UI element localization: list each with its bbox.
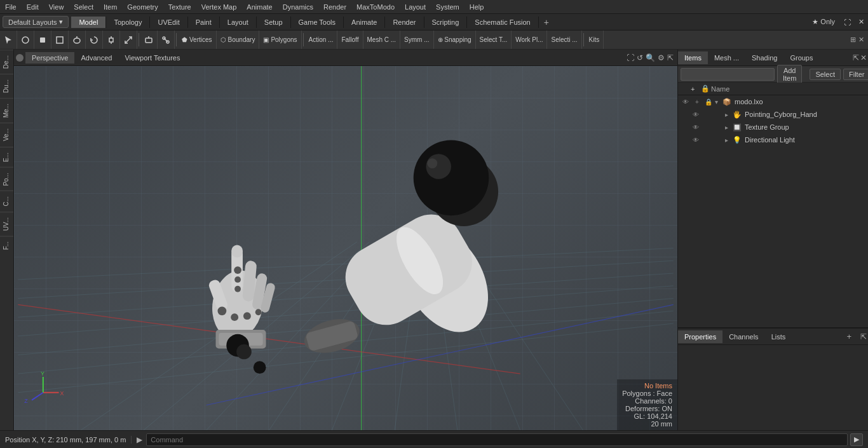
- menu-system[interactable]: System: [431, 2, 465, 12]
- tool-transform[interactable]: [103, 31, 120, 49]
- viewport-tab-textures[interactable]: Viewport Textures: [118, 52, 186, 64]
- items-tab-shading[interactable]: Shading: [745, 51, 783, 64]
- tree-row-texture-group[interactable]: 👁 ▸ 🔲 Texture Group: [688, 121, 868, 133]
- eye2-modo-lxo[interactable]: +: [692, 97, 702, 107]
- mode-polygons[interactable]: ▣ Polygons: [259, 31, 301, 49]
- menu-select[interactable]: Select: [69, 2, 98, 12]
- props-expand-icon[interactable]: ⇱: [860, 332, 867, 341]
- eye-toggle-texture[interactable]: 👁: [691, 122, 701, 132]
- menu-animate[interactable]: Animate: [241, 2, 277, 12]
- tool-circle[interactable]: [17, 31, 34, 49]
- command-exec-button[interactable]: ▶: [850, 433, 863, 446]
- tab-schematic-fusion[interactable]: Schematic Fusion: [467, 17, 538, 28]
- tool-scale[interactable]: [120, 31, 137, 49]
- mesh-c-button[interactable]: Mesh C ...: [363, 31, 401, 49]
- left-tab-me[interactable]: Me...: [0, 98, 13, 123]
- tool-transform-box[interactable]: [140, 31, 158, 49]
- viewport-search-icon[interactable]: 🔍: [646, 53, 655, 62]
- filter-button[interactable]: Filter: [843, 69, 868, 80]
- menu-layout[interactable]: Layout: [400, 2, 431, 12]
- eye3-texture[interactable]: [714, 122, 724, 132]
- tab-uvedit[interactable]: UVEdit: [150, 17, 187, 28]
- items-tab-mesh[interactable]: Mesh ...: [708, 51, 745, 64]
- tool-cursor[interactable]: [34, 31, 51, 49]
- menu-help[interactable]: Help: [465, 2, 489, 12]
- tab-scripting[interactable]: Scripting: [424, 17, 468, 28]
- add-item-input[interactable]: [681, 68, 775, 81]
- tab-model[interactable]: Model: [71, 17, 106, 28]
- menu-geometry[interactable]: Geometry: [122, 2, 163, 12]
- left-tab-po[interactable]: Po...: [0, 167, 13, 191]
- symm-button[interactable]: Symm ...: [400, 31, 433, 49]
- select-t-button[interactable]: Select T...: [476, 31, 512, 49]
- left-tab-du[interactable]: Du...: [0, 74, 13, 98]
- menu-edit[interactable]: Edit: [22, 2, 44, 12]
- expand-modo-lxo[interactable]: ▾: [715, 98, 722, 105]
- snapping-button[interactable]: ⊕ Snapping: [434, 31, 476, 49]
- left-tab-e[interactable]: E...: [0, 147, 13, 167]
- eye2-texture[interactable]: [702, 122, 712, 132]
- tool-rotate[interactable]: [86, 31, 103, 49]
- items-tab-groups[interactable]: Groups: [783, 51, 819, 64]
- props-tab-properties[interactable]: Properties: [678, 330, 722, 343]
- props-add-button[interactable]: +: [841, 329, 857, 344]
- falloff-button[interactable]: Falloff: [337, 31, 363, 49]
- left-tab-de[interactable]: De...: [0, 50, 13, 74]
- tool-select-rect[interactable]: [51, 31, 69, 49]
- kits-button[interactable]: Kits: [585, 31, 604, 49]
- menu-view[interactable]: View: [44, 2, 69, 12]
- items-expand-icon[interactable]: ⇱: [853, 53, 859, 62]
- props-tab-channels[interactable]: Channels: [722, 330, 764, 343]
- left-tab-c[interactable]: C...: [0, 191, 13, 212]
- menu-dynamics[interactable]: Dynamics: [278, 2, 318, 12]
- eye3-modo-lxo[interactable]: 🔒: [703, 97, 714, 107]
- layout-dropdown[interactable]: Default Layouts ▾: [3, 16, 69, 28]
- menu-vertex-map[interactable]: Vertex Map: [196, 2, 242, 12]
- viewport-settings-icon[interactable]: ⚙: [658, 53, 665, 62]
- work-pl-button[interactable]: Work Pl...: [512, 31, 547, 49]
- tool-transform2[interactable]: [158, 31, 175, 49]
- left-tab-ve[interactable]: Ve...: [0, 123, 13, 146]
- left-tab-uv[interactable]: UV...: [0, 212, 13, 236]
- tab-setup[interactable]: Setup: [257, 17, 291, 28]
- items-tab-items[interactable]: Items: [678, 51, 708, 64]
- menu-texture[interactable]: Texture: [163, 2, 196, 12]
- action-button[interactable]: Action ...: [305, 31, 338, 49]
- eye2-light[interactable]: [702, 135, 712, 145]
- items-close-icon[interactable]: ✕: [860, 53, 867, 62]
- eye3-hand[interactable]: [714, 109, 724, 119]
- mode-vertices[interactable]: ⬟ Vertices: [178, 31, 217, 49]
- viewport-tab-advanced[interactable]: Advanced: [74, 52, 118, 64]
- menu-maxtomodo[interactable]: MaxToModo: [351, 2, 400, 12]
- menu-file[interactable]: File: [0, 2, 22, 12]
- tree-row-modo-lxo[interactable]: 👁 + 🔒 ▾ 📦 modo.lxo: [678, 95, 868, 108]
- viewport-fit-icon[interactable]: ⛶: [627, 53, 634, 62]
- eye2-hand[interactable]: [702, 109, 712, 119]
- eye-toggle-light[interactable]: 👁: [691, 135, 701, 145]
- viewport-reset-icon[interactable]: ↺: [637, 53, 643, 62]
- viewport-tab-perspective[interactable]: Perspective: [25, 52, 74, 64]
- tab-game-tools[interactable]: Game Tools: [291, 17, 344, 28]
- left-tab-f[interactable]: F...: [0, 236, 13, 255]
- menu-render[interactable]: Render: [318, 2, 351, 12]
- expand-hand[interactable]: ▸: [725, 111, 733, 118]
- expand-texture[interactable]: ▸: [725, 124, 733, 131]
- viewport-canvas[interactable]: X Y Z No Items Polygons : Face Channels:…: [14, 66, 677, 430]
- menu-item[interactable]: Item: [98, 2, 122, 12]
- viewport-icon-2[interactable]: ✕: [858, 36, 864, 44]
- selecti-button[interactable]: Selecti ...: [547, 31, 581, 49]
- tool-lasso[interactable]: [69, 31, 86, 49]
- tool-pointer[interactable]: [0, 31, 17, 49]
- tab-render[interactable]: Render: [385, 17, 424, 28]
- select-button[interactable]: Select: [810, 69, 841, 80]
- eye3-light[interactable]: [714, 135, 724, 145]
- expand-light[interactable]: ▸: [725, 137, 733, 144]
- tab-topology[interactable]: Topology: [106, 17, 150, 28]
- tree-row-directional-light[interactable]: 👁 ▸ 💡 Directional Light: [688, 133, 868, 146]
- props-tab-lists[interactable]: Lists: [765, 330, 792, 343]
- mode-boundary[interactable]: ⬡ Boundary: [217, 31, 260, 49]
- viewport-icon-1[interactable]: ⊞: [850, 36, 856, 44]
- tab-paint[interactable]: Paint: [188, 17, 220, 28]
- layout-expand-icon[interactable]: ⛶: [840, 17, 855, 28]
- tab-layout[interactable]: Layout: [220, 17, 257, 28]
